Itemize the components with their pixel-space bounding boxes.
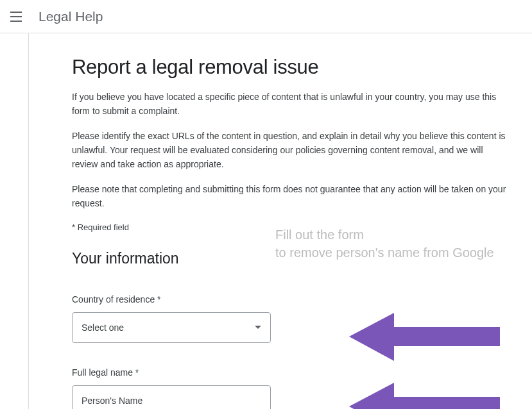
country-selected-value: Select one [82, 322, 124, 333]
hamburger-menu-icon[interactable] [10, 9, 26, 24]
country-field-group: Country of residence * Select one [72, 294, 510, 343]
intro-paragraph-1: If you believe you have located a specif… [72, 90, 510, 118]
required-field-note: * Required field [72, 222, 510, 232]
intro-paragraph-2: Please identify the exact URLs of the co… [72, 129, 510, 171]
content-wrapper: Report a legal removal issue If you beli… [0, 33, 532, 409]
page-title: Report a legal removal issue [72, 56, 510, 79]
header-bar: Legal Help [0, 0, 532, 33]
name-field-group: Full legal name * Your own name, even if… [72, 367, 510, 409]
header-title: Legal Help [39, 9, 103, 24]
country-select[interactable]: Select one [72, 312, 271, 343]
main-content: Report a legal removal issue If you beli… [28, 33, 522, 409]
full-legal-name-input[interactable] [72, 385, 271, 409]
country-label: Country of residence * [72, 294, 510, 305]
name-label: Full legal name * [72, 367, 510, 378]
intro-paragraph-3: Please note that completing and submitti… [72, 183, 510, 210]
chevron-down-icon [255, 326, 261, 329]
section-heading-your-information: Your information [72, 250, 510, 267]
